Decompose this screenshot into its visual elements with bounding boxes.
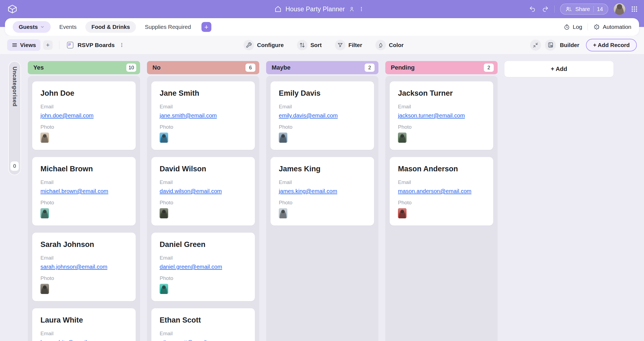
redo-icon[interactable] <box>542 6 549 13</box>
photo-field-label: Photo <box>160 200 247 206</box>
tab-food-drinks[interactable]: Food & Drinks <box>85 21 136 33</box>
tab-events[interactable]: Events <box>53 21 83 33</box>
record-card[interactable]: Jackson Turner Email jackson.turner@emai… <box>390 81 493 150</box>
photo-thumbnail <box>40 284 49 294</box>
tab-supplies-required[interactable]: Supplies Required <box>139 21 197 33</box>
photo-field-label: Photo <box>279 124 366 130</box>
column-count-badge: 2 <box>365 64 375 72</box>
uncategorized-label: Uncategorised <box>12 67 18 106</box>
log-button[interactable]: Log <box>564 24 582 30</box>
share-button[interactable]: Share 14 <box>560 4 608 15</box>
automation-label: Automation <box>603 24 631 30</box>
email-link[interactable]: mason.anderson@email.com <box>398 188 471 194</box>
photo-thumbnail <box>279 133 287 143</box>
share-label: Share <box>575 6 590 12</box>
color-button[interactable]: Color <box>375 40 404 50</box>
email-field-label: Email <box>40 331 127 337</box>
email-field-label: Email <box>40 104 127 110</box>
filter-button[interactable]: Filter <box>335 40 362 50</box>
email-link[interactable]: james.king@email.com <box>279 188 337 194</box>
email-link[interactable]: jane.smith@email.com <box>160 112 217 119</box>
record-name: Jane Smith <box>160 89 247 98</box>
email-link[interactable]: sarah.johnson@email.com <box>40 263 107 270</box>
photo-field-label: Photo <box>40 275 127 281</box>
email-link[interactable]: laura.white@email.com <box>40 339 99 341</box>
tab-supplies-required-label: Supplies Required <box>145 24 191 30</box>
email-field-label: Email <box>160 179 247 185</box>
record-name: Laura White <box>40 316 127 324</box>
record-card[interactable]: John Doe Email john.doe@email.com Photo <box>32 81 136 150</box>
photo-field-label: Photo <box>40 200 127 206</box>
record-name: John Doe <box>40 89 127 98</box>
base-menu-dots-icon[interactable] <box>359 6 364 12</box>
collaborator-icon[interactable] <box>349 6 355 12</box>
photo-field-label: Photo <box>398 124 485 130</box>
photo-field-label: Photo <box>398 200 485 206</box>
tab-food-drinks-label: Food & Drinks <box>91 24 130 30</box>
builder-label[interactable]: Builder <box>560 42 579 48</box>
share-users-icon <box>565 6 572 12</box>
column-header[interactable]: Pending 2 <box>385 61 498 74</box>
record-card[interactable]: Michael Brown Email michael.brown@email.… <box>32 157 136 226</box>
kanban-view-icon <box>66 41 74 49</box>
tab-guests[interactable]: Guests <box>13 21 51 33</box>
email-link[interactable]: daniel.green@email.com <box>160 263 222 270</box>
column-title: Pending <box>391 64 415 71</box>
photo-thumbnail <box>160 208 168 218</box>
email-field-label: Email <box>160 104 247 110</box>
photo-thumbnail <box>40 208 49 218</box>
email-link[interactable]: michael.brown@email.com <box>40 188 108 194</box>
record-card[interactable]: Jane Smith Email jane.smith@email.com Ph… <box>151 81 255 150</box>
record-card[interactable]: Emily Davis Email emily.davis@email.com … <box>271 81 374 150</box>
record-card[interactable]: Daniel Green Email daniel.green@email.co… <box>151 233 255 301</box>
email-link[interactable]: ethan.scott@email.com <box>160 339 219 341</box>
filter-funnel-icon <box>335 40 345 50</box>
photo-thumbnail <box>279 208 287 218</box>
builder-button[interactable] <box>545 40 556 51</box>
email-link[interactable]: jackson.turner@email.com <box>398 112 465 119</box>
record-name: Sarah Johnson <box>40 240 127 249</box>
record-card[interactable]: Sarah Johnson Email sarah.johnson@email.… <box>32 233 136 301</box>
email-link[interactable]: john.doe@email.com <box>40 112 94 119</box>
app-logo-icon[interactable] <box>7 4 18 14</box>
add-stack-button[interactable]: + Add <box>504 61 613 77</box>
topbar-divider <box>554 6 555 13</box>
photo-thumbnail <box>160 133 168 143</box>
views-button[interactable]: Views <box>7 39 40 51</box>
photo-field-label: Photo <box>160 275 247 281</box>
email-link[interactable]: emily.davis@email.com <box>279 112 338 119</box>
sort-button[interactable]: Sort <box>297 40 322 50</box>
column-header[interactable]: Maybe 2 <box>266 61 378 74</box>
record-card[interactable]: David Wilson Email david.wilson@email.co… <box>151 157 255 226</box>
user-avatar[interactable] <box>614 3 625 15</box>
record-card[interactable]: Laura White Email laura.white@email.com … <box>32 308 136 341</box>
record-name: Emily Davis <box>279 89 366 98</box>
apps-grid-icon[interactable] <box>631 6 638 13</box>
record-card[interactable]: Ethan Scott Email ethan.scott@email.com … <box>151 308 255 341</box>
collapse-fields-button[interactable] <box>530 40 541 51</box>
record-card[interactable]: James King Email james.king@email.com Ph… <box>271 157 374 226</box>
photo-field-label: Photo <box>279 200 366 206</box>
record-card[interactable]: Mason Anderson Email mason.anderson@emai… <box>390 157 493 226</box>
add-view-button[interactable]: + <box>43 40 53 50</box>
view-toolbar: Views + RSVP Boards Configure <box>0 36 644 54</box>
column-header[interactable]: No 6 <box>147 61 259 74</box>
add-table-button[interactable]: + <box>201 22 211 32</box>
home-icon[interactable] <box>274 6 282 13</box>
filter-label: Filter <box>348 42 362 48</box>
column-header[interactable]: Yes 10 <box>28 61 140 74</box>
column-body: Jane Smith Email jane.smith@email.com Ph… <box>147 76 259 341</box>
view-menu-dots-icon[interactable] <box>118 42 125 48</box>
configure-button[interactable]: Configure <box>244 40 284 50</box>
table-tabs-bar: Guests Events Food & Drinks Supplies Req… <box>5 18 639 36</box>
collapse-icon <box>533 42 539 48</box>
email-link[interactable]: david.wilson@email.com <box>160 188 222 194</box>
undo-icon[interactable] <box>529 6 536 13</box>
photo-field-label: Photo <box>40 124 127 130</box>
add-record-button[interactable]: + Add Record <box>586 39 637 51</box>
automation-button[interactable]: Automation <box>593 24 631 30</box>
record-name: Jackson Turner <box>398 89 485 98</box>
share-count: 14 <box>597 6 603 12</box>
uncategorized-column-collapsed[interactable]: Uncategorised 0 <box>8 61 21 175</box>
column-body: Jackson Turner Email jackson.turner@emai… <box>385 76 498 341</box>
